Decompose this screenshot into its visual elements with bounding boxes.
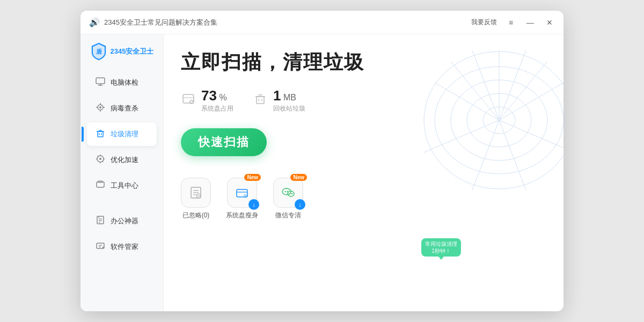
main-content: 盾 2345安全卫士 电脑体检 病毒查杀 垃 (80, 34, 564, 311)
title-bar-left: 🔊 2345安全卫士常见问题解决方案合集 (89, 17, 471, 27)
svg-line-36 (499, 120, 564, 152)
wechat-download-icon: ↓ (295, 199, 305, 210)
svg-rect-51 (183, 94, 194, 103)
sidebar-item-office[interactable]: 办公神器 (87, 209, 157, 233)
disk-label: 系统盘占用 (201, 104, 233, 113)
sidebar-item-software[interactable]: 软件管家 (87, 235, 157, 259)
tooltip-line1: 常用垃圾清理 (425, 240, 457, 247)
svg-rect-10 (98, 131, 103, 137)
optimize-icon (94, 153, 106, 167)
slim-download-icon: ↓ (248, 199, 259, 210)
svg-point-73 (291, 193, 292, 194)
sidebar-item-optimize[interactable]: 优化加速 (87, 148, 157, 172)
sidebar-label-optimize: 优化加速 (111, 155, 138, 165)
recycle-label: 回收站垃圾 (273, 104, 305, 113)
ignored-label: 已忽略(0) (182, 211, 210, 220)
stat-recycle-info: 1 MB 回收站垃圾 (273, 87, 305, 113)
svg-line-39 (424, 120, 499, 152)
tooltip-line2: 1秒钟！ (425, 247, 457, 254)
tools-icon (94, 179, 106, 193)
sidebar-item-virus[interactable]: 病毒查杀 (87, 97, 157, 120)
junk-icon (94, 128, 106, 141)
svg-point-66 (244, 194, 247, 197)
feedback-button[interactable]: 我要反馈 (471, 18, 497, 27)
logo-shield-icon: 盾 (90, 42, 107, 61)
tooltip-bubble: 常用垃圾清理 1秒钟！ (421, 238, 461, 257)
svg-text:盾: 盾 (95, 48, 102, 55)
sidebar-label-software: 软件管家 (111, 242, 138, 252)
tool-slim[interactable]: New ↓ 系统盘瘦身 (226, 178, 258, 220)
app-window: 🔊 2345安全卫士常见问题解决方案合集 我要反馈 ≡ — ✕ 盾 2345安全… (80, 11, 564, 311)
tool-ignored[interactable]: 已忽略(0) (181, 178, 211, 220)
stat-recycle-value: 1 MB (273, 87, 305, 104)
logo-text: 2345安全卫士 (111, 47, 154, 56)
software-icon (94, 240, 106, 254)
sidebar-label-virus: 病毒查杀 (111, 104, 138, 113)
sidebar-label-tools: 工具中心 (111, 181, 138, 191)
disk-unit: % (219, 93, 226, 102)
stat-disk: 73 % 系统盘占用 (181, 87, 233, 113)
wechat-badge: New (290, 174, 307, 181)
scan-button[interactable]: 快速扫描 (181, 128, 267, 156)
title-bar-text: 2345安全卫士常见问题解决方案合集 (104, 18, 217, 27)
menu-button[interactable]: ≡ (506, 17, 516, 28)
stat-recycle: 1 MB 回收站垃圾 (253, 87, 305, 113)
recycle-value: 1 (273, 87, 281, 104)
speaker-icon: 🔊 (89, 17, 100, 27)
svg-rect-1 (96, 78, 105, 84)
sidebar-item-checkup[interactable]: 电脑体检 (87, 71, 157, 94)
recycle-unit: MB (283, 93, 296, 102)
svg-point-50 (497, 119, 501, 122)
slim-label: 系统盘瘦身 (226, 211, 258, 220)
stats-row: 73 % 系统盘占用 1 MB 回收站垃 (181, 87, 546, 113)
slim-icon-wrap: New ↓ (227, 178, 257, 208)
sidebar-label-office: 办公神器 (111, 216, 138, 226)
sidebar-label-checkup: 电脑体检 (111, 78, 138, 87)
recycle-icon (253, 91, 268, 109)
tool-wechat[interactable]: New ↓ 微信专清 (273, 178, 303, 220)
slim-badge: New (244, 174, 261, 181)
svg-point-71 (287, 191, 288, 192)
svg-rect-54 (257, 97, 264, 104)
page-title: 立即扫描，清理垃圾 (181, 49, 546, 76)
svg-rect-25 (97, 216, 104, 224)
disk-value: 73 (201, 87, 217, 104)
svg-point-70 (284, 191, 286, 192)
sidebar-label-junk: 垃圾清理 (111, 129, 138, 139)
svg-point-48 (435, 67, 564, 174)
disk-icon (181, 91, 196, 109)
wechat-icon-wrap: New ↓ (273, 178, 303, 208)
svg-line-22 (103, 161, 104, 162)
title-bar: 🔊 2345安全卫士常见问题解决方案合集 我要反馈 ≡ — ✕ (80, 11, 564, 34)
office-icon (94, 215, 106, 228)
logo-area: 盾 2345安全卫士 (90, 42, 154, 61)
tools-row: 已忽略(0) New ↓ 系统盘瘦身 New ↓ (181, 178, 546, 220)
svg-point-16 (99, 158, 101, 160)
stat-disk-info: 73 % 系统盘占用 (201, 87, 233, 113)
sidebar: 盾 2345安全卫士 电脑体检 病毒查杀 垃 (80, 34, 164, 311)
sidebar-item-junk[interactable]: 垃圾清理 (87, 122, 157, 146)
wechat-label: 微信专清 (275, 211, 301, 220)
ignored-icon-wrap (181, 178, 211, 208)
checkup-icon (94, 76, 106, 90)
title-bar-right: 我要反馈 ≡ — ✕ (471, 17, 555, 28)
close-button[interactable]: ✕ (544, 17, 555, 28)
content-area: 立即扫描，清理垃圾 73 % 系统盘占用 (164, 34, 564, 311)
svg-point-5 (99, 106, 101, 108)
virus-icon (94, 102, 106, 115)
svg-point-72 (289, 193, 290, 194)
minimize-button[interactable]: — (525, 17, 536, 28)
svg-line-21 (98, 156, 99, 157)
sidebar-item-tools[interactable]: 工具中心 (87, 174, 157, 197)
stat-disk-value: 73 % (201, 87, 233, 104)
